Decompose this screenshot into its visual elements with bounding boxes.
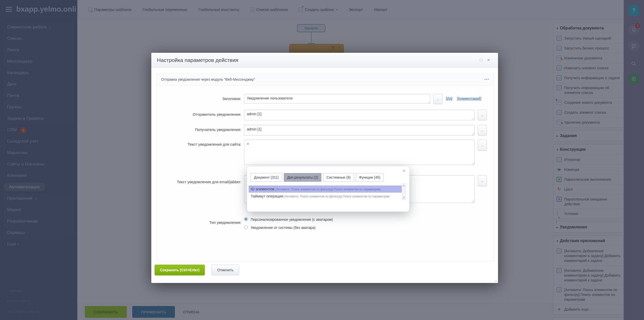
popup-tab-functions[interactable]: Функции (45)	[356, 173, 384, 182]
recipient-input[interactable]: admin [1]	[244, 125, 475, 136]
field-label-email-text: Текст уведомления для email/jabber:	[156, 180, 241, 184]
popup-list-item[interactable]: ID элементов [Активити: Поиск элементов …	[249, 186, 402, 193]
dialog-resize-handle[interactable]	[494, 279, 497, 282]
radio-personalized-label[interactable]: Персонализированное уведомление (с авата…	[251, 217, 333, 222]
dialog-title: Настройка параметров действия	[157, 57, 477, 63]
email-text-select-button[interactable]: ...	[478, 175, 487, 186]
site-text-select-button[interactable]: ...	[478, 140, 487, 151]
radio-system[interactable]	[244, 225, 248, 229]
sender-input[interactable]: admin [1]	[244, 110, 475, 120]
field-label-recipient: Получатель уведомления:	[156, 127, 241, 132]
scroll-down-icon[interactable]: ▼	[402, 196, 406, 199]
title-select-button[interactable]: ...	[433, 94, 443, 104]
insert-value-popup: ✕ Документ (311) Доп.результаты (2) Сист…	[247, 166, 409, 212]
field-label-sender: Отправитель уведомления:	[156, 112, 241, 116]
field-label-type: Тип уведомления:	[156, 220, 241, 225]
maximize-icon[interactable]: □	[477, 58, 485, 62]
recipient-select-button[interactable]: ...	[478, 125, 487, 136]
popup-close-icon[interactable]: ✕	[402, 169, 406, 173]
close-icon[interactable]: ✕	[485, 58, 492, 62]
comment-link[interactable]: [Комментарий]	[457, 96, 481, 100]
field-label-title: Заголовок:	[156, 96, 241, 101]
dialog-save-button[interactable]: Сохранить (Ctrl+Enter)	[155, 265, 205, 275]
popup-tab-extra-results[interactable]: Доп.результаты (2)	[284, 173, 322, 182]
id-link[interactable]: [Ид]	[446, 96, 452, 100]
scroll-up-icon[interactable]: ▲	[402, 184, 406, 187]
action-menu-icon[interactable]: •••	[484, 77, 489, 81]
popup-scrollbar[interactable]: ▲ ▼	[402, 183, 406, 200]
site-text-input[interactable]: =	[244, 140, 475, 165]
action-summary: Отправка уведомления через модуль "Веб-М…	[161, 77, 484, 81]
radio-personalized[interactable]	[244, 217, 248, 221]
popup-tab-document[interactable]: Документ (311)	[251, 173, 282, 182]
field-label-site-text: Текст уведомления для сайта:	[156, 142, 241, 146]
sender-select-button[interactable]: ...	[478, 110, 487, 120]
action-settings-dialog: Настройка параметров действия □ ✕ Отправ…	[151, 53, 498, 283]
dialog-cancel-button[interactable]: Отменить	[211, 265, 239, 275]
popup-list-item[interactable]: Таймаут операции [Активити: Поиск элемен…	[249, 193, 402, 200]
radio-system-label[interactable]: Уведомление от системы (без аватара)	[251, 226, 316, 230]
popup-tab-system[interactable]: Системные (8)	[323, 173, 354, 182]
title-input[interactable]: Уведомление пользователя	[244, 94, 430, 104]
